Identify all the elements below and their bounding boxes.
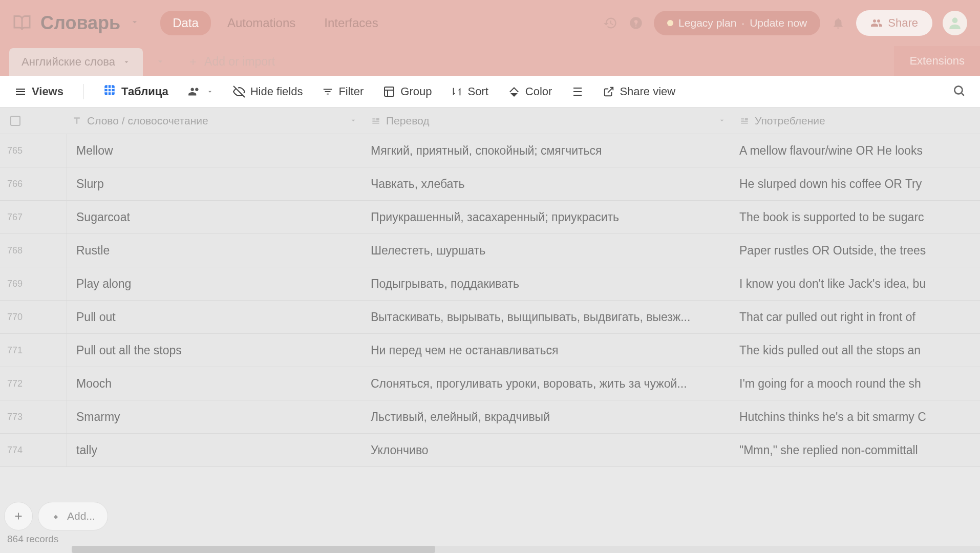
chevron-down-icon[interactable]	[718, 115, 726, 127]
cell-word[interactable]: Mooch	[67, 367, 364, 400]
column-header-usage[interactable]: Употребление	[732, 108, 980, 134]
cell-word[interactable]: Smarmy	[67, 400, 364, 433]
add-button[interactable]: Add...	[38, 502, 108, 530]
row-number: 770	[0, 312, 67, 323]
column-header-word[interactable]: Слово / словосочетание	[67, 108, 364, 134]
cell-translation[interactable]: Мягкий, приятный, спокойный; смягчиться	[364, 134, 732, 167]
collaborators-button[interactable]	[188, 85, 214, 98]
views-label: Views	[32, 85, 63, 98]
help-icon[interactable]	[628, 15, 644, 31]
bell-icon[interactable]	[830, 15, 846, 31]
cell-translation[interactable]: Вытаскивать, вырывать, выщипывать, выдви…	[364, 301, 732, 333]
table-row[interactable]: 773SmarmyЛьстивый, елейный, вкрадчивыйHu…	[0, 400, 980, 434]
share-button[interactable]: Share	[856, 10, 932, 36]
cell-translation[interactable]: Уклончиво	[364, 434, 732, 466]
table-row[interactable]: 765MellowМягкий, приятный, спокойный; см…	[0, 134, 980, 167]
chevron-down-icon[interactable]	[349, 115, 357, 127]
plan-pill[interactable]: Legacy plan · Update now	[654, 11, 820, 35]
tabs-bar: Английские слова Add or import Extension…	[0, 46, 980, 76]
horizontal-scrollbar[interactable]	[72, 546, 980, 553]
row-height-button[interactable]	[571, 86, 584, 98]
table-row[interactable]: 770Pull outВытаскивать, вырывать, выщипы…	[0, 301, 980, 334]
row-number: 773	[0, 412, 67, 422]
hide-fields-label: Hide fields	[250, 85, 303, 98]
cell-word[interactable]: tally	[67, 434, 364, 466]
cell-usage[interactable]: I know you don't like Jack's idea, bu	[732, 267, 980, 300]
cell-translation[interactable]: Слоняться, прогуливать уроки, воровать, …	[364, 367, 732, 400]
table-row[interactable]: 772MoochСлоняться, прогуливать уроки, во…	[0, 367, 980, 400]
cell-usage[interactable]: "Mmn," she replied non-committall	[732, 434, 980, 466]
view-name-button[interactable]: Таблица	[103, 83, 168, 100]
add-import-button[interactable]: Add or import	[178, 48, 285, 76]
cell-translation[interactable]: Чавкать, хлебать	[364, 167, 732, 200]
toolbar-divider	[83, 84, 83, 99]
row-number: 769	[0, 279, 67, 289]
share-label: Share	[888, 16, 918, 30]
cell-word[interactable]: Pull out all the stops	[67, 334, 364, 367]
extensions-button[interactable]: Extensions	[894, 46, 980, 76]
hide-fields-button[interactable]: Hide fields	[233, 85, 303, 98]
table-row[interactable]: 774tallyУклончиво"Mmn," she replied non-…	[0, 434, 980, 467]
color-button[interactable]: Color	[508, 85, 552, 98]
cell-usage[interactable]: I'm going for a mooch round the sh	[732, 367, 980, 400]
cell-translation[interactable]: Приукрашенный, засахаренный; приукрасить	[364, 201, 732, 233]
book-icon	[13, 14, 31, 32]
cell-translation[interactable]: Ни перед чем не останавливаться	[364, 334, 732, 367]
cell-word[interactable]: Rustle	[67, 234, 364, 267]
cell-translation[interactable]: Шелестеть, шуршать	[364, 234, 732, 267]
cell-usage[interactable]: Paper rustles OR Outside, the trees	[732, 234, 980, 267]
app-header: Словарь Data Automations Interfaces Lega…	[0, 0, 980, 46]
cell-usage[interactable]: The book is supported to be sugarc	[732, 201, 980, 233]
cell-usage[interactable]: The kids pulled out all the stops an	[732, 334, 980, 367]
table-row[interactable]: 767SugarcoatПриукрашенный, засахаренный;…	[0, 201, 980, 234]
cell-word[interactable]: Mellow	[67, 134, 364, 167]
cell-usage[interactable]: Hutchins thinks he's a bit smarmy C	[732, 400, 980, 433]
table-tab[interactable]: Английские слова	[9, 48, 143, 76]
row-number: 765	[0, 145, 67, 156]
table-row[interactable]: 766SlurpЧавкать, хлебатьHe slurped down …	[0, 167, 980, 201]
cell-usage[interactable]: He slurped down his coffee OR Try	[732, 167, 980, 200]
cell-translation[interactable]: Подыгрывать, поддакивать	[364, 267, 732, 300]
footer-controls: Add...	[4, 502, 108, 530]
filter-button[interactable]: Filter	[322, 85, 364, 98]
cell-word[interactable]: Pull out	[67, 301, 364, 333]
cell-word[interactable]: Sugarcoat	[67, 201, 364, 233]
nav-tab-interfaces[interactable]: Interfaces	[312, 11, 390, 35]
app-title[interactable]: Словарь	[40, 12, 120, 34]
select-all-checkbox[interactable]	[0, 108, 31, 134]
plan-separator: ·	[741, 17, 744, 29]
extensions-label: Extensions	[909, 54, 965, 67]
add-row-button[interactable]	[4, 502, 33, 530]
share-view-button[interactable]: Share view	[603, 85, 675, 98]
table-row[interactable]: 771Pull out all the stopsНи перед чем не…	[0, 334, 980, 367]
cell-translation[interactable]: Льстивый, елейный, вкрадчивый	[364, 400, 732, 433]
table-tab-label: Английские слова	[22, 55, 115, 69]
table-row[interactable]: 769Play alongПодыгрывать, поддакиватьI k…	[0, 267, 980, 301]
scrollbar-thumb[interactable]	[72, 546, 435, 553]
plan-update-label: Update now	[750, 17, 807, 29]
chevron-down-icon[interactable]	[130, 17, 140, 29]
history-icon[interactable]	[603, 15, 618, 31]
column-header-translation[interactable]: Перевод	[364, 108, 732, 134]
sort-button[interactable]: Sort	[451, 85, 488, 98]
search-icon[interactable]	[952, 84, 966, 99]
group-button[interactable]: Group	[383, 85, 432, 98]
cell-word[interactable]: Slurp	[67, 167, 364, 200]
cell-usage[interactable]: That car pulled out right in front of	[732, 301, 980, 333]
table-row[interactable]: 768RustleШелестеть, шуршатьPaper rustles…	[0, 234, 980, 267]
plan-legacy-label: Legacy plan	[678, 17, 736, 29]
group-label: Group	[400, 85, 432, 98]
view-name-label: Таблица	[121, 85, 168, 98]
nav-tab-data[interactable]: Data	[160, 11, 211, 35]
share-view-label: Share view	[620, 85, 675, 98]
tabs-chevron[interactable]	[143, 49, 178, 76]
views-button[interactable]: Views	[14, 85, 63, 98]
header-left: Словарь	[13, 12, 140, 34]
grid-icon	[103, 83, 116, 100]
record-count: 864 records	[7, 534, 58, 545]
avatar[interactable]	[943, 11, 967, 35]
nav-tab-automations[interactable]: Automations	[215, 11, 308, 35]
cell-usage[interactable]: A mellow flavour/wine OR He looks	[732, 134, 980, 167]
svg-point-4	[954, 86, 962, 94]
cell-word[interactable]: Play along	[67, 267, 364, 300]
